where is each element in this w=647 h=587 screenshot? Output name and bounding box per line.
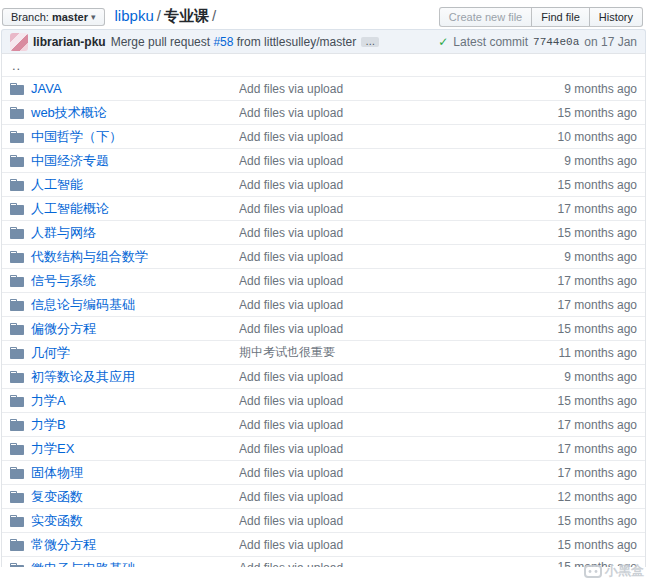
file-commit-message-cell: Add files via upload — [239, 153, 519, 168]
table-row: 力学B Add files via upload 17 months ago — [2, 412, 645, 436]
commit-message-link[interactable]: Add files via upload — [239, 130, 343, 144]
file-name-cell: 偏微分方程 — [10, 320, 239, 338]
file-name-cell: 初等数论及其应用 — [10, 368, 239, 386]
parent-directory-link[interactable]: .. — [12, 58, 21, 73]
folder-icon — [10, 129, 24, 145]
folder-link[interactable]: 人工智能概论 — [31, 200, 109, 218]
file-navigation-header: Branch: master ▾ libpku/专业课/ Create new … — [0, 0, 647, 29]
commit-message-link[interactable]: Add files via upload — [239, 394, 343, 408]
commit-message-link[interactable]: 期中考试也很重要 — [239, 345, 335, 359]
table-row: JAVA Add files via upload 9 months ago — [2, 76, 645, 100]
commit-message-link[interactable]: Add files via upload — [239, 202, 343, 216]
file-age: 15 months ago — [519, 394, 637, 408]
file-commit-message-cell: Add files via upload — [239, 201, 519, 216]
file-commit-message-cell: Add files via upload — [239, 177, 519, 192]
commit-message-link[interactable]: Add files via upload — [239, 178, 343, 192]
folder-link[interactable]: 实变函数 — [31, 512, 83, 530]
file-age: 9 months ago — [519, 82, 637, 96]
breadcrumb-repo-link[interactable]: libpku — [115, 7, 154, 24]
file-name-cell: 人工智能概论 — [10, 200, 239, 218]
folder-link[interactable]: 信息论与编码基础 — [31, 296, 135, 314]
expand-commit-message-button[interactable]: … — [361, 37, 379, 47]
commit-message-link[interactable]: Add files via upload — [239, 466, 343, 480]
file-age: 9 months ago — [519, 250, 637, 264]
commit-message-link[interactable]: Add files via upload — [239, 106, 343, 120]
commit-message-link[interactable]: Add files via upload — [239, 274, 343, 288]
commit-message-link[interactable]: Add files via upload — [239, 298, 343, 312]
file-commit-message-cell: Add files via upload — [239, 393, 519, 408]
folder-link[interactable]: 力学EX — [31, 440, 74, 458]
folder-icon — [10, 369, 24, 385]
avatar[interactable] — [10, 33, 28, 51]
file-commit-message-cell: Add files via upload — [239, 249, 519, 264]
find-file-button[interactable]: Find file — [531, 7, 590, 27]
folder-link[interactable]: 力学A — [31, 392, 66, 410]
folder-link[interactable]: 人群与网络 — [31, 224, 96, 242]
folder-link[interactable]: 几何学 — [31, 344, 70, 362]
folder-link[interactable]: 偏微分方程 — [31, 320, 96, 338]
folder-link[interactable]: 力学B — [31, 416, 66, 434]
folder-link[interactable]: 代数结构与组合数学 — [31, 248, 148, 266]
file-age: 15 months ago — [519, 538, 637, 552]
commit-message-link[interactable]: Add files via upload — [239, 82, 343, 96]
commit-sha-link[interactable]: 7744e0a — [533, 36, 579, 48]
commit-message-link[interactable]: Add files via upload — [239, 514, 343, 528]
folder-link[interactable]: 信号与系统 — [31, 272, 96, 290]
file-name-cell: 信息论与编码基础 — [10, 296, 239, 314]
folder-link[interactable]: 微电子与电路基础 — [31, 560, 135, 567]
file-name-cell: 实变函数 — [10, 512, 239, 530]
branch-selector-button[interactable]: Branch: master ▾ — [2, 8, 105, 26]
commit-message-link[interactable]: Add files via upload — [239, 370, 343, 384]
file-age: 17 months ago — [519, 298, 637, 312]
table-row: 实变函数 Add files via upload 15 months ago — [2, 508, 645, 532]
table-row: web技术概论 Add files via upload 15 months a… — [2, 100, 645, 124]
commit-message-link[interactable]: Add files via upload — [239, 154, 343, 168]
table-row: 人工智能概论 Add files via upload 17 months ag… — [2, 196, 645, 220]
folder-link[interactable]: 中国经济专题 — [31, 152, 109, 170]
commit-message-link[interactable]: Add files via upload — [239, 226, 343, 240]
commit-message-link[interactable]: from littlesulley/master — [233, 35, 356, 49]
folder-link[interactable]: 复变函数 — [31, 488, 83, 506]
commit-message: Merge pull request #58 from littlesulley… — [111, 35, 356, 49]
commit-message-link[interactable]: Add files via upload — [239, 322, 343, 336]
table-row: 初等数论及其应用 Add files via upload 9 months a… — [2, 364, 645, 388]
file-table-body: JAVA Add files via upload 9 months ago w… — [2, 76, 645, 567]
file-name-cell: 几何学 — [10, 344, 239, 362]
folder-link[interactable]: web技术概论 — [31, 104, 107, 122]
folder-link[interactable]: 常微分方程 — [31, 536, 96, 554]
commit-author-link[interactable]: librarian-pku — [33, 35, 106, 49]
folder-icon — [10, 297, 24, 313]
table-row: 力学EX Add files via upload 17 months ago — [2, 436, 645, 460]
folder-icon — [10, 417, 24, 433]
folder-icon — [10, 81, 24, 97]
commit-message-link[interactable]: Add files via upload — [239, 490, 343, 504]
table-row: 人工智能 Add files via upload 15 months ago — [2, 172, 645, 196]
create-new-file-button[interactable]: Create new file — [439, 7, 532, 27]
folder-link[interactable]: JAVA — [31, 81, 62, 96]
file-commit-message-cell: Add files via upload — [239, 560, 519, 567]
commit-message-link[interactable]: Add files via upload — [239, 442, 343, 456]
history-button[interactable]: History — [589, 7, 643, 27]
table-row: 力学A Add files via upload 15 months ago — [2, 388, 645, 412]
commit-message-link[interactable]: Add files via upload — [239, 561, 343, 567]
folder-link[interactable]: 固体物理 — [31, 464, 83, 482]
file-age: 17 months ago — [519, 466, 637, 480]
folder-icon — [10, 393, 24, 409]
folder-icon — [10, 345, 24, 361]
table-row: 信息论与编码基础 Add files via upload 17 months … — [2, 292, 645, 316]
folder-link[interactable]: 初等数论及其应用 — [31, 368, 135, 386]
folder-icon — [10, 105, 24, 121]
folder-icon — [10, 201, 24, 217]
commit-message-link[interactable]: Add files via upload — [239, 250, 343, 264]
file-commit-message-cell: Add files via upload — [239, 81, 519, 96]
folder-link[interactable]: 人工智能 — [31, 176, 83, 194]
folder-link[interactable]: 中国哲学（下） — [31, 128, 122, 146]
issue-link[interactable]: #58 — [213, 35, 233, 49]
commit-message-link[interactable]: Add files via upload — [239, 418, 343, 432]
commit-message-link[interactable]: Add files via upload — [239, 538, 343, 552]
commit-message-link[interactable]: Merge pull request — [111, 35, 214, 49]
folder-icon — [10, 489, 24, 505]
file-commit-message-cell: Add files via upload — [239, 441, 519, 456]
file-age: 17 months ago — [519, 442, 637, 456]
folder-icon — [10, 537, 24, 553]
